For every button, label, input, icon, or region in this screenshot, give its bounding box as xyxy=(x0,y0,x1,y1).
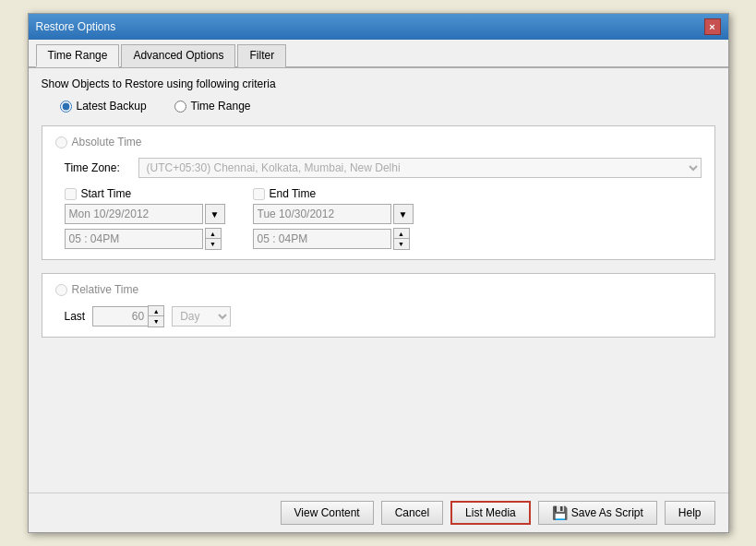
save-as-script-button[interactable]: 💾 Save As Script xyxy=(538,501,657,525)
relative-row: Last ▲ ▼ Day Week Month xyxy=(65,305,702,327)
cancel-button[interactable]: Cancel xyxy=(381,501,443,525)
end-time-input[interactable] xyxy=(253,229,391,249)
end-time-col: End Time ▼ ▲ ▼ xyxy=(253,187,414,250)
timezone-label: Time Zone: xyxy=(65,161,138,174)
start-date-dropdown-btn[interactable]: ▼ xyxy=(205,204,225,224)
start-time-label: Start Time xyxy=(65,187,225,200)
last-value-spin-up[interactable]: ▲ xyxy=(149,306,163,316)
view-content-button[interactable]: View Content xyxy=(281,501,374,525)
criteria-label: Show Objects to Restore using following … xyxy=(42,77,715,90)
last-value-spin-down[interactable]: ▼ xyxy=(149,316,163,326)
end-time-wrap: ▲ ▼ xyxy=(253,228,414,250)
end-time-spinners: ▲ ▼ xyxy=(393,228,410,250)
backup-type-group: Latest Backup Time Range xyxy=(60,100,715,113)
content-area: Show Objects to Restore using following … xyxy=(29,68,728,493)
absolute-time-label: Absolute Time xyxy=(72,136,142,148)
footer: View Content Cancel List Media 💾 Save As… xyxy=(29,493,728,532)
start-time-wrap: ▲ ▼ xyxy=(65,228,225,250)
tab-advanced-options[interactable]: Advanced Options xyxy=(121,44,235,67)
start-date-wrap: ▼ xyxy=(65,204,225,224)
start-time-spin-down[interactable]: ▼ xyxy=(206,239,221,249)
tab-time-range[interactable]: Time Range xyxy=(36,44,120,67)
latest-backup-radio[interactable] xyxy=(60,101,72,113)
relative-time-label: Relative Time xyxy=(72,283,139,296)
last-value-spinners: ▲ ▼ xyxy=(148,305,164,327)
relative-time-header: Relative Time xyxy=(55,283,702,296)
timezone-row: Time Zone: (UTC+05:30) Chennai, Kolkata,… xyxy=(65,158,702,178)
relative-time-section: Relative Time Last ▲ ▼ Day Week Month xyxy=(42,273,715,338)
latest-backup-label: Latest Backup xyxy=(77,100,147,113)
tab-bar: Time Range Advanced Options Filter xyxy=(29,40,728,68)
last-value-input[interactable] xyxy=(92,306,148,326)
window-title: Restore Options xyxy=(36,20,116,33)
tab-filter[interactable]: Filter xyxy=(237,44,286,67)
absolute-time-header: Absolute Time xyxy=(55,136,702,148)
start-time-spin-up[interactable]: ▲ xyxy=(206,229,221,239)
time-range-option[interactable]: Time Range xyxy=(174,100,251,113)
close-button[interactable]: × xyxy=(704,18,721,35)
start-time-spinners: ▲ ▼ xyxy=(205,228,222,250)
timezone-select[interactable]: (UTC+05:30) Chennai, Kolkata, Mumbai, Ne… xyxy=(138,158,702,178)
end-time-checkbox[interactable] xyxy=(253,188,265,200)
title-bar: Restore Options × xyxy=(29,14,728,40)
last-input-wrap: ▲ ▼ xyxy=(92,305,164,327)
end-time-spin-up[interactable]: ▲ xyxy=(394,229,409,239)
start-time-input[interactable] xyxy=(65,229,203,249)
start-time-checkbox[interactable] xyxy=(65,188,77,200)
end-date-input[interactable] xyxy=(253,204,391,224)
day-select[interactable]: Day Week Month xyxy=(172,306,231,326)
list-media-button[interactable]: List Media xyxy=(450,501,531,525)
help-button[interactable]: Help xyxy=(665,501,715,525)
end-time-spin-down[interactable]: ▼ xyxy=(394,239,409,249)
start-time-col: Start Time ▼ ▲ ▼ xyxy=(65,187,225,250)
end-date-wrap: ▼ xyxy=(253,204,414,224)
end-time-label: End Time xyxy=(253,187,414,200)
end-date-dropdown-btn[interactable]: ▼ xyxy=(393,204,414,224)
time-range-radio[interactable] xyxy=(174,101,186,113)
absolute-time-section: Absolute Time Time Zone: (UTC+05:30) Che… xyxy=(42,125,715,260)
absolute-time-radio[interactable] xyxy=(55,136,67,148)
time-range-label: Time Range xyxy=(191,100,251,113)
relative-time-radio[interactable] xyxy=(55,284,67,296)
save-script-icon: 💾 xyxy=(552,505,568,520)
last-label: Last xyxy=(65,310,86,323)
save-as-script-label: Save As Script xyxy=(571,506,643,519)
restore-options-window: Restore Options × Time Range Advanced Op… xyxy=(28,13,729,533)
datetime-row: Start Time ▼ ▲ ▼ xyxy=(65,187,702,250)
latest-backup-option[interactable]: Latest Backup xyxy=(60,100,147,113)
start-date-input[interactable] xyxy=(65,204,203,224)
